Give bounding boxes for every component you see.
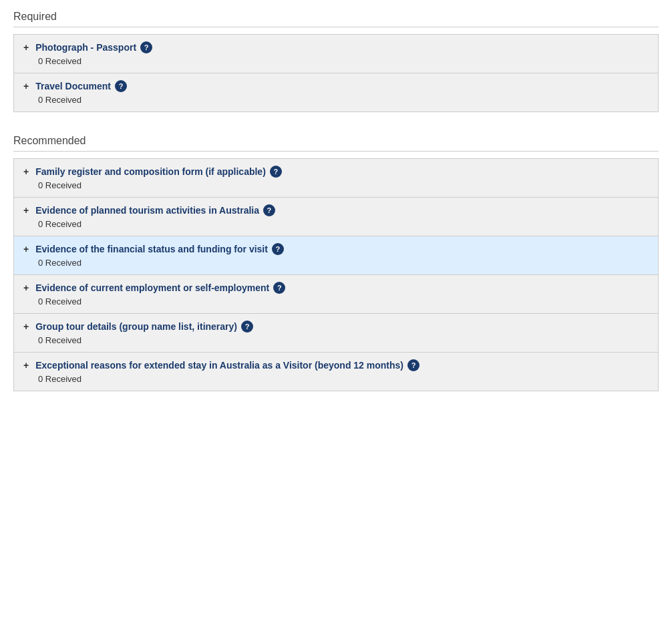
document-item-family-register: +Family register and composition form (i… — [14, 159, 658, 198]
help-icon[interactable]: ? — [272, 243, 284, 255]
document-item-exceptional-reasons: +Exceptional reasons for extended stay i… — [14, 353, 658, 391]
help-icon[interactable]: ? — [140, 41, 152, 53]
page-container: Required+Photograph - Passport?0 Receive… — [0, 0, 672, 418]
document-item-header-evidence-employment: +Evidence of current employment or self-… — [23, 282, 649, 294]
document-item-header-exceptional-reasons: +Exceptional reasons for extended stay i… — [23, 359, 649, 371]
document-title-evidence-employment[interactable]: Evidence of current employment or self-e… — [35, 282, 269, 293]
received-count-group-tour: 0 Received — [23, 335, 649, 345]
document-item-evidence-tourism: +Evidence of planned tourism activities … — [14, 198, 658, 236]
document-list-recommended: +Family register and composition form (i… — [13, 158, 659, 391]
plus-icon[interactable]: + — [23, 166, 29, 177]
help-icon[interactable]: ? — [273, 282, 285, 294]
received-count-family-register: 0 Received — [23, 180, 649, 190]
section-heading-required: Required — [13, 11, 659, 27]
received-count-exceptional-reasons: 0 Received — [23, 374, 649, 384]
plus-icon[interactable]: + — [23, 42, 29, 53]
document-item-header-evidence-financial: +Evidence of the financial status and fu… — [23, 243, 649, 255]
document-title-photograph-passport[interactable]: Photograph - Passport — [35, 42, 136, 53]
document-item-header-photograph-passport: +Photograph - Passport? — [23, 41, 649, 53]
plus-icon[interactable]: + — [23, 244, 29, 254]
received-count-evidence-financial: 0 Received — [23, 258, 649, 268]
document-item-evidence-financial: +Evidence of the financial status and fu… — [14, 236, 658, 275]
help-icon[interactable]: ? — [241, 321, 253, 333]
help-icon[interactable]: ? — [263, 204, 275, 216]
document-item-header-group-tour: +Group tour details (group name list, it… — [23, 321, 649, 333]
document-list-required: +Photograph - Passport?0 Received+Travel… — [13, 34, 659, 112]
plus-icon[interactable]: + — [23, 282, 29, 293]
document-item-header-evidence-tourism: +Evidence of planned tourism activities … — [23, 204, 649, 216]
document-title-evidence-financial[interactable]: Evidence of the financial status and fun… — [35, 244, 268, 254]
document-item-travel-document: +Travel Document?0 Received — [14, 73, 658, 112]
help-icon[interactable]: ? — [115, 80, 127, 92]
document-title-family-register[interactable]: Family register and composition form (if… — [35, 166, 266, 177]
section-heading-recommended: Recommended — [13, 135, 659, 152]
help-icon[interactable]: ? — [270, 166, 282, 178]
document-item-evidence-employment: +Evidence of current employment or self-… — [14, 275, 658, 314]
document-title-travel-document[interactable]: Travel Document — [35, 81, 111, 91]
document-title-group-tour[interactable]: Group tour details (group name list, iti… — [35, 321, 237, 332]
received-count-evidence-tourism: 0 Received — [23, 219, 649, 229]
document-title-exceptional-reasons[interactable]: Exceptional reasons for extended stay in… — [35, 360, 403, 371]
document-title-evidence-tourism[interactable]: Evidence of planned tourism activities i… — [35, 205, 259, 216]
plus-icon[interactable]: + — [23, 321, 29, 332]
plus-icon[interactable]: + — [23, 205, 29, 216]
document-item-header-travel-document: +Travel Document? — [23, 80, 649, 92]
received-count-photograph-passport: 0 Received — [23, 56, 649, 66]
document-item-header-family-register: +Family register and composition form (i… — [23, 166, 649, 178]
received-count-evidence-employment: 0 Received — [23, 296, 649, 306]
document-item-group-tour: +Group tour details (group name list, it… — [14, 314, 658, 353]
plus-icon[interactable]: + — [23, 360, 29, 371]
help-icon[interactable]: ? — [407, 359, 419, 371]
document-item-photograph-passport: +Photograph - Passport?0 Received — [14, 35, 658, 73]
received-count-travel-document: 0 Received — [23, 95, 649, 105]
plus-icon[interactable]: + — [23, 81, 29, 91]
